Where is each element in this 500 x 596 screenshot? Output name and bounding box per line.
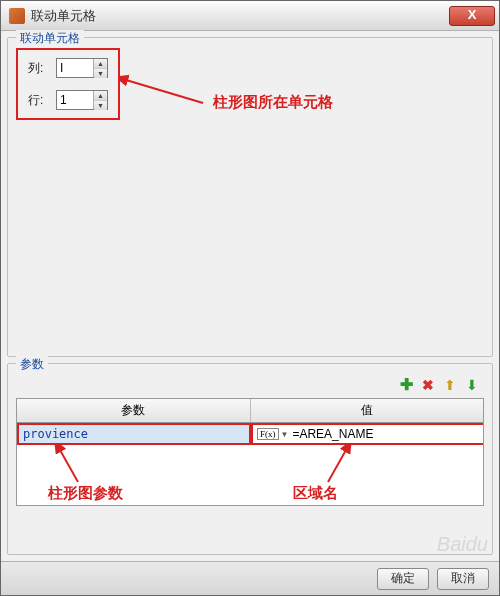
ok-button[interactable]: 确定: [377, 568, 429, 590]
header-value: 值: [251, 399, 484, 422]
params-toolbar: ✚ ✖ ⬆ ⬇: [16, 374, 484, 398]
arrow-annotation-icon: [118, 68, 208, 108]
row-input[interactable]: [57, 91, 93, 109]
fx-icon[interactable]: F(x): [257, 428, 279, 440]
param-name-cell[interactable]: provience: [17, 423, 251, 445]
linked-cells-group: 联动单元格 列: ▲ ▼ 行:: [7, 37, 493, 357]
header-param: 参数: [17, 399, 251, 422]
app-icon: [9, 8, 25, 24]
params-title: 参数: [16, 356, 48, 373]
row-spinner[interactable]: ▲ ▼: [56, 90, 108, 110]
column-label: 列:: [28, 60, 50, 77]
column-row: 列: ▲ ▼: [28, 58, 108, 78]
param-value-text: =AREA_NAME: [292, 427, 373, 441]
row-down-icon[interactable]: ▼: [94, 101, 107, 110]
svg-line-0: [126, 80, 203, 103]
column-up-icon[interactable]: ▲: [94, 59, 107, 69]
row-row: 行: ▲ ▼: [28, 90, 108, 110]
cell-inputs-box: 列: ▲ ▼ 行: ▲ ▼: [16, 48, 120, 120]
column-down-icon[interactable]: ▼: [94, 69, 107, 78]
window-title: 联动单元格: [31, 7, 449, 25]
move-down-icon[interactable]: ⬇: [466, 378, 482, 394]
params-group: 参数 ✚ ✖ ⬆ ⬇ 参数 值 provience F(x): [7, 363, 493, 555]
titlebar[interactable]: 联动单元格 X: [1, 1, 499, 31]
fx-dropdown-icon[interactable]: ▼: [281, 430, 289, 439]
row-up-icon[interactable]: ▲: [94, 91, 107, 101]
param-name-text: provience: [23, 427, 88, 441]
dialog-footer: 确定 取消: [1, 561, 499, 595]
row-label: 行:: [28, 92, 50, 109]
column-input[interactable]: [57, 59, 93, 77]
dialog-body: 联动单元格 列: ▲ ▼ 行:: [1, 31, 499, 561]
add-icon[interactable]: ✚: [400, 378, 416, 394]
table-row[interactable]: provience F(x) ▼ =AREA_NAME: [17, 423, 483, 445]
region-annotation: 区域名: [293, 484, 338, 503]
dialog-window: 联动单元格 X 联动单元格 列: ▲ ▼ 行:: [0, 0, 500, 596]
param-annotation: 柱形图参数: [48, 484, 123, 503]
param-value-cell[interactable]: F(x) ▼ =AREA_NAME: [251, 423, 483, 445]
move-up-icon[interactable]: ⬆: [444, 378, 460, 394]
column-spinner[interactable]: ▲ ▼: [56, 58, 108, 78]
cancel-button[interactable]: 取消: [437, 568, 489, 590]
close-button[interactable]: X: [449, 6, 495, 26]
linked-cells-title: 联动单元格: [16, 30, 84, 47]
params-header: 参数 值: [17, 399, 483, 423]
delete-icon[interactable]: ✖: [422, 378, 438, 394]
cell-location-annotation: 柱形图所在单元格: [213, 93, 333, 112]
